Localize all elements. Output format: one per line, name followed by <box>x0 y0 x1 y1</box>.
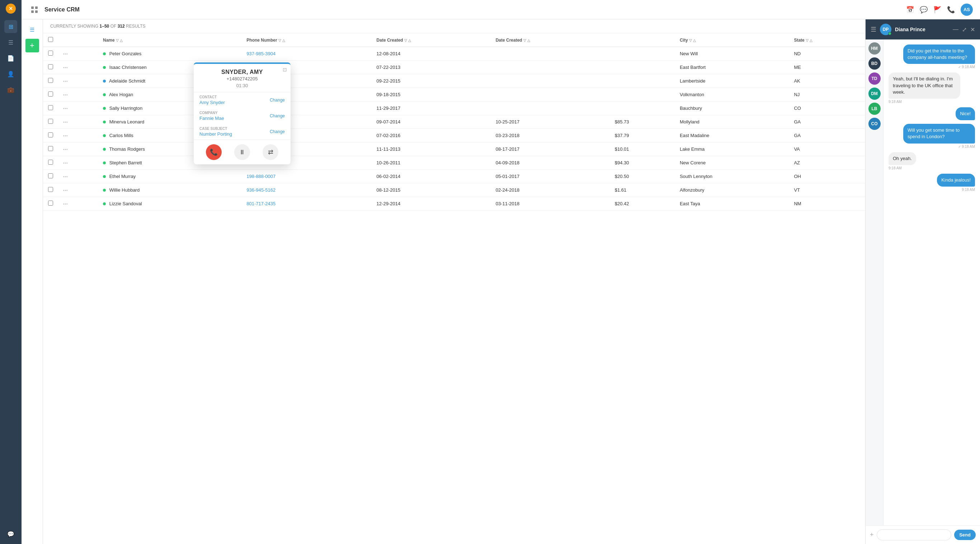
sidebar-nav: ✕ ⊞ ☰ 📄 👤 💼 💬 <box>0 0 22 544</box>
row-checkbox[interactable] <box>48 146 53 151</box>
contact-avatar[interactable]: DM <box>869 88 881 100</box>
row-checkbox[interactable] <box>48 160 53 165</box>
row-menu[interactable]: ••• <box>63 202 68 206</box>
calendar-icon[interactable]: 📅 <box>906 6 914 14</box>
case-change[interactable]: Change <box>270 129 285 134</box>
nav-briefcase-icon[interactable]: 💼 <box>4 83 17 96</box>
case-value[interactable]: Number Porting <box>199 131 232 137</box>
row-checkbox[interactable] <box>48 119 53 124</box>
row-checkbox[interactable] <box>48 51 53 56</box>
table-row: ••• Carlos Mills 288-635-7011 07-02-2016… <box>43 129 865 142</box>
row-menu[interactable]: ••• <box>63 65 68 70</box>
row-date2 <box>491 74 610 88</box>
nav-chat-icon[interactable]: 💬 <box>4 528 17 541</box>
row-menu[interactable]: ••• <box>63 134 68 138</box>
row-menu[interactable]: ••• <box>63 52 68 56</box>
company-value[interactable]: Fannie Mae <box>199 116 224 121</box>
company-change[interactable]: Change <box>270 113 285 118</box>
nav-list-icon[interactable]: ☰ <box>4 36 17 49</box>
nav-person-icon[interactable]: 👤 <box>4 67 17 80</box>
phone-icon[interactable]: 📞 <box>947 6 955 14</box>
close-chat-icon[interactable]: ✕ <box>970 26 975 33</box>
col-date1[interactable]: Date Created ▽ △ <box>372 34 491 47</box>
row-checkbox[interactable] <box>48 64 53 69</box>
svg-rect-3 <box>35 10 38 13</box>
chat-menu-icon[interactable]: ☰ <box>870 26 877 34</box>
contact-avatar[interactable]: TD <box>869 72 881 85</box>
chat-input[interactable] <box>877 529 952 541</box>
row-amount: $20.42 <box>610 197 675 211</box>
add-button[interactable]: + <box>25 39 39 53</box>
row-checkbox[interactable] <box>48 78 53 83</box>
row-checkbox[interactable] <box>48 132 53 137</box>
contact-avatar[interactable]: LB <box>869 103 881 115</box>
row-date1: 11-11-2013 <box>372 142 491 156</box>
row-date2: 03-23-2018 <box>491 129 610 142</box>
row-menu[interactable]: ••• <box>63 161 68 165</box>
call-popup-close[interactable]: ⊡ <box>283 67 287 72</box>
row-name: Peter Gonzales <box>98 47 242 61</box>
row-city: Lake Emma <box>675 142 789 156</box>
row-checkbox[interactable] <box>48 173 53 178</box>
chat-message: Oh yeah.9:18 AM <box>889 152 975 170</box>
expand-icon[interactable]: ⤢ <box>962 26 967 33</box>
flag-icon[interactable]: 🚩 <box>933 6 941 14</box>
row-date2: 04-09-2018 <box>491 156 610 170</box>
chat-messages: Did you get the invite to the company al… <box>883 40 980 525</box>
row-checkbox[interactable] <box>48 91 53 97</box>
message-bubble: Will you get some time to spend in Londo… <box>903 124 975 143</box>
send-button[interactable]: Send <box>954 530 976 540</box>
row-phone[interactable]: 801-717-2435 <box>242 197 371 211</box>
transfer-button[interactable]: ⇄ <box>262 144 278 160</box>
contact-avatar[interactable]: BD <box>869 57 881 70</box>
col-name[interactable]: Name ▽ △ <box>98 34 242 47</box>
user-avatar[interactable]: AS <box>961 3 973 16</box>
row-date2: 10-25-2017 <box>491 115 610 129</box>
row-state: AZ <box>789 156 865 170</box>
nav-doc-icon[interactable]: 📄 <box>4 52 17 65</box>
contact-avatar[interactable]: HM <box>869 42 881 54</box>
row-checkbox[interactable] <box>48 201 53 206</box>
row-city: Bauchbury <box>675 102 789 115</box>
col-phone[interactable]: Phone Number ▽ △ <box>242 34 371 47</box>
nav-grid-icon[interactable]: ⊞ <box>4 20 17 33</box>
contact-change[interactable]: Change <box>270 97 285 103</box>
row-amount: $1.61 <box>610 183 675 197</box>
row-date1: 11-29-2017 <box>372 102 491 115</box>
row-menu[interactable]: ••• <box>63 147 68 152</box>
call-actions: 📞 ⏸ ⇄ <box>194 140 291 164</box>
row-phone[interactable]: 936-945-5162 <box>242 183 371 197</box>
select-all-checkbox[interactable] <box>48 37 53 42</box>
row-checkbox[interactable] <box>48 105 53 110</box>
minimize-icon[interactable]: — <box>953 26 958 33</box>
row-phone[interactable]: 198-888-0007 <box>242 170 371 183</box>
row-date2 <box>491 88 610 102</box>
row-date1: 08-12-2015 <box>372 183 491 197</box>
row-date1: 07-22-2013 <box>372 61 491 74</box>
row-phone[interactable]: 937-985-3904 <box>242 47 371 61</box>
contact-avatar[interactable]: CO <box>869 118 881 130</box>
col-date2[interactable]: Date Created ▽ △ <box>491 34 610 47</box>
table-row: ••• Thomas Rodgers 822-764-2058 11-11-20… <box>43 142 865 156</box>
row-menu[interactable]: ••• <box>63 107 68 110</box>
row-menu[interactable]: ••• <box>63 79 68 83</box>
row-menu[interactable]: ••• <box>63 188 68 192</box>
row-city: Alfonzobury <box>675 183 789 197</box>
chat-footer: + Send <box>865 525 980 544</box>
pause-button[interactable]: ⏸ <box>234 144 250 160</box>
col-state[interactable]: State ▽ △ <box>789 34 865 47</box>
sub-nav-list[interactable]: ☰ <box>25 23 39 37</box>
message-bubble: Nice! <box>956 107 975 120</box>
row-menu[interactable]: ••• <box>63 175 68 179</box>
contact-value[interactable]: Amy Snyder <box>199 100 225 105</box>
table-row: ••• Ethel Murray 198-888-0007 06-02-2014… <box>43 170 865 183</box>
row-date1: 06-02-2014 <box>372 170 491 183</box>
row-checkbox[interactable] <box>48 187 53 192</box>
chat-icon[interactable]: 💬 <box>920 6 928 14</box>
row-menu[interactable]: ••• <box>63 93 68 97</box>
chat-add-icon[interactable]: + <box>870 531 874 539</box>
hangup-button[interactable]: 📞 <box>206 144 222 160</box>
row-menu[interactable]: ••• <box>63 120 68 124</box>
row-amount <box>610 47 675 61</box>
col-city[interactable]: City ▽ △ <box>675 34 789 47</box>
